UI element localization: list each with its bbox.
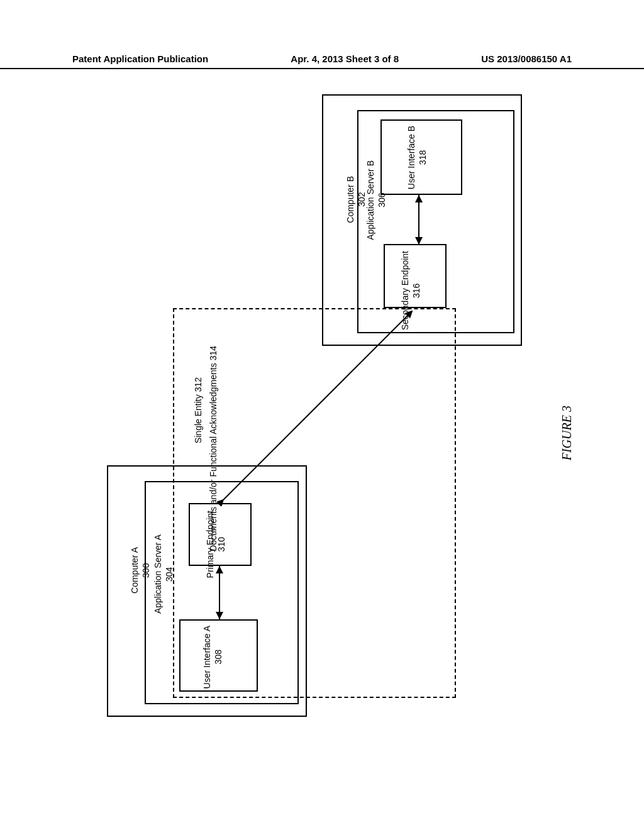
arrowhead-icon: [216, 612, 223, 619]
single-entity-label: Single Entity 312: [192, 377, 204, 443]
appserver-a-label: Application Server A304: [152, 534, 175, 614]
svg-line-0: [223, 311, 412, 500]
arrow-endpoints: [217, 305, 425, 506]
header-left: Patent Application Publication: [72, 53, 208, 64]
page-header: Patent Application Publication Apr. 4, 2…: [0, 53, 644, 69]
ui-b-label: User Interface B318: [406, 126, 428, 189]
figure-caption: FIGURE 3: [560, 406, 574, 460]
header-center: Apr. 4, 2013 Sheet 3 of 8: [291, 53, 399, 64]
figure-3: Computer A300 Application Server A304 Us…: [107, 94, 522, 723]
arrowhead-icon: [216, 566, 223, 573]
header-right: US 2013/0086150 A1: [481, 53, 572, 64]
arrowhead-icon: [415, 195, 423, 202]
arrowhead-icon: [415, 237, 423, 245]
